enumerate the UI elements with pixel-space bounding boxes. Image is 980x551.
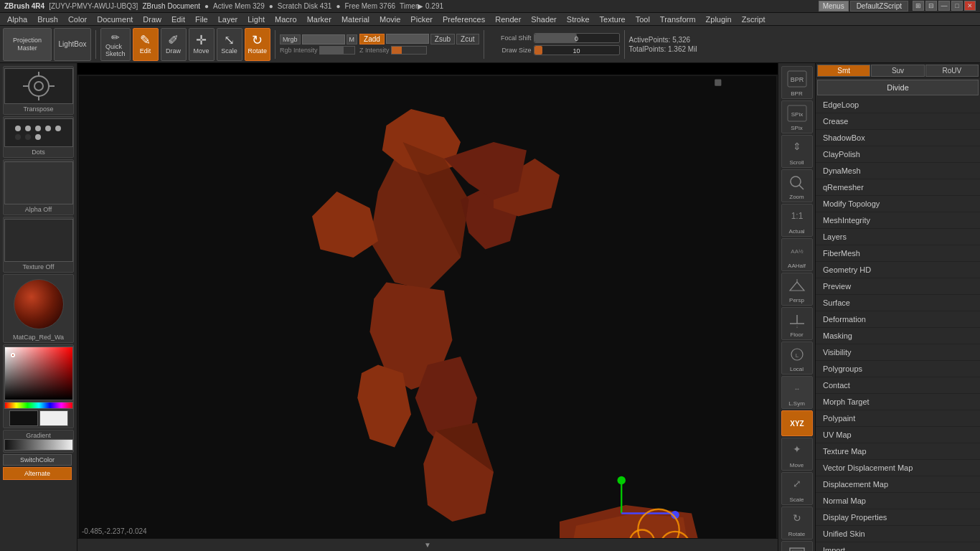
rgb-value-display[interactable] bbox=[302, 34, 345, 44]
window-icon-1[interactable]: ⊞ bbox=[913, 1, 924, 11]
rotate2-button[interactable]: ↻ Rotate bbox=[781, 507, 813, 540]
move2-button[interactable]: ✦ Move bbox=[781, 438, 813, 471]
menu-item-layers[interactable]: Layers bbox=[816, 229, 980, 245]
draw-button[interactable]: ✐ Draw bbox=[161, 28, 187, 61]
menu-draw[interactable]: Draw bbox=[138, 14, 166, 24]
default-zscript-button[interactable]: DefaultZScript bbox=[850, 1, 908, 11]
menu-item-polygroups[interactable]: Polygroups bbox=[816, 361, 980, 377]
window-close[interactable]: ✕ bbox=[964, 1, 976, 11]
right-panel-scroll[interactable]: EdgeLoop Crease ShadowBox ClayPolish Dyn… bbox=[816, 97, 980, 551]
menu-shader[interactable]: Shader bbox=[527, 14, 560, 24]
frame-button[interactable]: Frame bbox=[781, 541, 813, 551]
move-button[interactable]: ✛ Move bbox=[189, 28, 215, 61]
menu-item-vector-displacement-map[interactable]: Vector Displacement Map bbox=[816, 460, 980, 476]
local-button[interactable]: L Local bbox=[781, 342, 813, 375]
rotate-button[interactable]: ↻ Rotate bbox=[245, 28, 271, 61]
menu-item-deformation[interactable]: Deformation bbox=[816, 311, 980, 328]
smt-button[interactable]: Smt bbox=[817, 65, 870, 77]
edit-button[interactable]: ✎ Edit bbox=[133, 28, 159, 61]
menu-transform[interactable]: Transform bbox=[656, 14, 700, 24]
menu-zplugin[interactable]: Zplugin bbox=[702, 14, 736, 24]
window-icon-2[interactable]: ⊟ bbox=[925, 1, 937, 11]
aahalf-button[interactable]: AA½ AAHalf bbox=[781, 238, 813, 271]
menu-item-uv-map[interactable]: UV Map bbox=[816, 427, 980, 443]
projection-master-button[interactable]: ProjectionMaster bbox=[3, 28, 52, 61]
dots-icon-box[interactable] bbox=[4, 118, 73, 147]
divide-button[interactable]: Divide bbox=[817, 80, 979, 95]
menu-item-import[interactable]: Import bbox=[816, 542, 980, 551]
hue-strip[interactable] bbox=[4, 402, 73, 409]
zadd-button[interactable]: Zadd bbox=[359, 34, 385, 44]
menu-file[interactable]: File bbox=[191, 14, 212, 24]
menu-item-surface[interactable]: Surface bbox=[816, 295, 980, 311]
menu-item-unified-skin[interactable]: Unified Skin bbox=[816, 526, 980, 542]
suv-button[interactable]: Suv bbox=[871, 65, 924, 77]
menu-item-display-properties[interactable]: Display Properties bbox=[816, 509, 980, 526]
scale2-button[interactable]: ⤢ Scale bbox=[781, 472, 813, 505]
menu-item-geometry-hd[interactable]: Geometry HD bbox=[816, 262, 980, 278]
menu-material[interactable]: Material bbox=[337, 14, 374, 24]
canvas-inner[interactable]: -0.485,-2.237,-0.024 bbox=[79, 76, 776, 538]
menu-macro[interactable]: Macro bbox=[270, 14, 301, 24]
menu-edit[interactable]: Edit bbox=[167, 14, 189, 24]
menu-document[interactable]: Document bbox=[93, 14, 137, 24]
persp-button[interactable]: Persp bbox=[781, 273, 813, 306]
switch-color-button[interactable]: SwitchColor bbox=[3, 454, 72, 466]
color-gradient-area[interactable] bbox=[4, 347, 73, 400]
rouv-button[interactable]: RoUV bbox=[925, 65, 979, 77]
menu-movie[interactable]: Movie bbox=[375, 14, 405, 24]
menu-alpha[interactable]: Alpha bbox=[3, 14, 32, 24]
color-picker[interactable] bbox=[4, 347, 73, 409]
menu-picker[interactable]: Picker bbox=[406, 14, 437, 24]
menu-item-crease[interactable]: Crease bbox=[816, 113, 980, 130]
menu-texture[interactable]: Texture bbox=[595, 14, 630, 24]
menu-item-visibility[interactable]: Visibility bbox=[816, 344, 980, 361]
model-viewport[interactable] bbox=[79, 76, 776, 538]
lsym-button[interactable]: ↔ L.Sym bbox=[781, 376, 813, 409]
menu-item-normal-map[interactable]: Normal Map bbox=[816, 493, 980, 509]
menu-item-texture-map[interactable]: Texture Map bbox=[816, 443, 980, 460]
bottom-arrow[interactable]: ▼ bbox=[424, 541, 431, 549]
menu-item-edgeloop[interactable]: EdgeLoop bbox=[816, 97, 980, 113]
matcap-container[interactable] bbox=[11, 276, 67, 332]
actual-button[interactable]: 1:1 Actual bbox=[781, 204, 813, 237]
z-intensity-track[interactable] bbox=[391, 46, 427, 55]
menu-zscript[interactable]: Zscript bbox=[738, 14, 770, 24]
menu-item-meshintegrity[interactable]: MeshIntegrity bbox=[816, 212, 980, 229]
scroll-button[interactable]: ⇕ Scroll bbox=[781, 135, 813, 168]
menu-layer[interactable]: Layer bbox=[214, 14, 242, 24]
zadd-value-display[interactable] bbox=[386, 34, 429, 44]
zsub-button[interactable]: Zsub bbox=[430, 34, 455, 44]
menu-stroke[interactable]: Stroke bbox=[562, 14, 594, 24]
zoom-button[interactable]: Zoom bbox=[781, 169, 813, 202]
transpose-icon-box[interactable] bbox=[4, 68, 73, 104]
menu-item-claypolish[interactable]: ClayPolish bbox=[816, 146, 980, 163]
swatch-white[interactable] bbox=[39, 410, 68, 426]
menu-color[interactable]: Color bbox=[64, 14, 91, 24]
menu-item-masking[interactable]: Masking bbox=[816, 328, 980, 344]
window-minimize[interactable]: — bbox=[938, 1, 950, 11]
menu-preferences[interactable]: Preferences bbox=[438, 14, 489, 24]
menu-item-dynamesh[interactable]: DynaMesh bbox=[816, 163, 980, 179]
xyz-button[interactable]: XYZ bbox=[781, 410, 813, 436]
menu-item-qremesher[interactable]: qRemesher bbox=[816, 179, 980, 196]
menu-item-preview[interactable]: Preview bbox=[816, 278, 980, 295]
zcut-button[interactable]: Zcut bbox=[456, 34, 479, 44]
quick-sketch-button[interactable]: ✏ QuickSketch bbox=[100, 28, 131, 61]
menu-item-fibermesh[interactable]: FiberMesh bbox=[816, 245, 980, 262]
menu-item-displacement-map[interactable]: Displacement Map bbox=[816, 476, 980, 493]
menu-brush[interactable]: Brush bbox=[33, 14, 62, 24]
gradient-bar[interactable] bbox=[4, 439, 73, 451]
swatch-black[interactable] bbox=[9, 410, 38, 426]
scale-button[interactable]: ⤡ Scale bbox=[217, 28, 242, 61]
menu-marker[interactable]: Marker bbox=[303, 14, 336, 24]
menu-item-shadowbox[interactable]: ShadowBox bbox=[816, 130, 980, 146]
menu-light[interactable]: Light bbox=[243, 14, 269, 24]
spix-button[interactable]: SPix SPix bbox=[781, 100, 813, 133]
menu-render[interactable]: Render bbox=[491, 14, 525, 24]
menu-tool[interactable]: Tool bbox=[631, 14, 654, 24]
menu-item-polypaint[interactable]: Polypaint bbox=[816, 410, 980, 427]
menus-button[interactable]: Menus bbox=[819, 1, 849, 11]
draw-size-track[interactable]: 10 bbox=[534, 45, 620, 55]
menu-item-morph-target[interactable]: Morph Target bbox=[816, 394, 980, 410]
